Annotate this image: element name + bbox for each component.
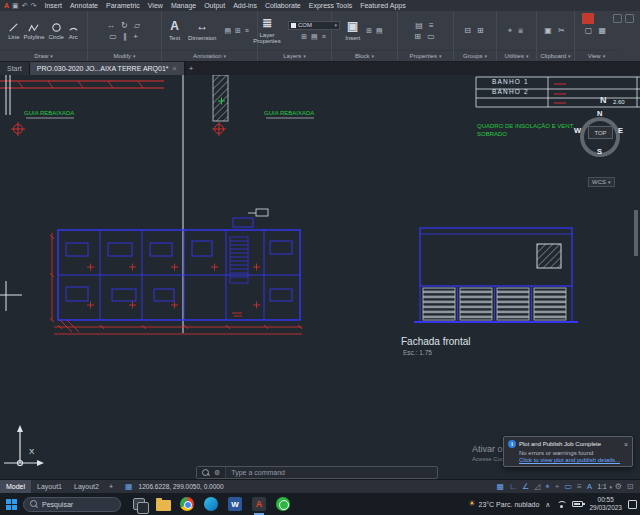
utilities-tools-icons[interactable]: ⌖ ≣ <box>508 26 525 35</box>
viewcube-south[interactable]: S <box>597 148 602 156</box>
app-logo-icon[interactable]: A <box>4 0 9 11</box>
transparency-icon[interactable]: ≡ <box>577 483 582 491</box>
model-tab[interactable]: Model <box>0 480 31 494</box>
annotation-extra-icons[interactable]: ▤ ⊞ ≡ <box>224 26 249 35</box>
undo-icon[interactable]: ↶ <box>22 0 28 11</box>
ribbon-tab-addins[interactable]: Add-ins <box>229 2 261 9</box>
layer-tools-icons[interactable]: ⊞ ▤ ≡ <box>301 32 326 41</box>
layout1-tab[interactable]: Layout1 <box>31 480 68 494</box>
viewcube[interactable]: N W E S TOP <box>576 111 624 161</box>
chrome-button[interactable] <box>179 496 195 512</box>
command-customize-icon[interactable]: ⚙ <box>214 469 220 476</box>
wcs-selector[interactable]: WCS▾ <box>588 177 615 187</box>
ribbon-corner-icons[interactable] <box>613 14 634 23</box>
navigation-bar-strip[interactable] <box>634 210 638 256</box>
viewcube-west[interactable]: W <box>574 127 581 135</box>
doc-tab-drawing[interactable]: PRO.030-2020 JO...AIXA TERRE ARQ01* × <box>30 62 185 75</box>
file-explorer-button[interactable] <box>155 496 171 512</box>
panel-label-utilities[interactable]: Utilities▾ <box>497 50 536 61</box>
table-row-banho-2: BANHO 2 <box>492 89 529 96</box>
autocad-button[interactable]: A <box>251 496 267 512</box>
taskbar-search[interactable]: Pesquisar <box>23 497 121 512</box>
panel-label-view[interactable]: View▾ <box>575 50 618 61</box>
command-search-icon[interactable] <box>202 469 210 477</box>
whatsapp-button[interactable] <box>275 496 291 512</box>
new-layout-button[interactable]: + <box>105 483 117 490</box>
ribbon-tab-view[interactable]: View <box>144 2 167 9</box>
modify-tools-row2-icons[interactable]: ▭ ∥ + <box>109 32 140 41</box>
weather-widget[interactable]: ☀ 23°C Parc. nublado <box>468 500 539 508</box>
viewcube-east[interactable]: E <box>618 127 623 135</box>
grid-icon[interactable]: ▦ <box>497 483 505 491</box>
viewcube-north[interactable]: N <box>597 110 602 118</box>
isometric-icon[interactable]: ◿ <box>534 483 540 491</box>
block-extra-icons[interactable]: ⊞ ▤ <box>366 26 383 35</box>
word-button[interactable]: W <box>227 496 243 512</box>
toast-close-icon[interactable]: × <box>624 441 628 448</box>
taskbar-clock[interactable]: 00:55 29/03/2023 <box>589 496 622 512</box>
panel-label-groups[interactable]: Groups▾ <box>454 50 496 61</box>
properties-row2-icons[interactable]: ⊞ ▭ <box>414 32 436 41</box>
tab-close-icon[interactable]: × <box>173 65 177 72</box>
model-space-canvas[interactable]: GUIA REBAIXADA GUIA REBAIXADA BANHO 1 BA… <box>0 75 640 479</box>
help-icon[interactable] <box>625 14 634 23</box>
annotation-visibility-icon[interactable]: A <box>587 483 592 491</box>
dimension-tool[interactable]: ↔ Dimension <box>188 20 216 41</box>
task-view-button[interactable] <box>131 496 147 512</box>
clean-screen-icon[interactable]: ⊡ <box>627 483 634 491</box>
ribbon-tab-collaborate[interactable]: Collaborate <box>261 2 305 9</box>
customization-gear-icon[interactable]: ⚙ <box>615 483 622 491</box>
toast-details-link[interactable]: Click to view plot and publish details..… <box>519 457 628 463</box>
polar-tracking-icon[interactable]: ∠ <box>522 483 529 491</box>
ribbon-corner-red-icon[interactable] <box>582 13 594 24</box>
model-space-icon[interactable]: ▦ <box>125 483 133 491</box>
ribbon-tab-output[interactable]: Output <box>200 2 229 9</box>
redo-icon[interactable]: ↷ <box>31 0 37 11</box>
ribbon-tab-parametric[interactable]: Parametric <box>102 2 144 9</box>
plot-notification-toast[interactable]: i Plot and Publish Job Complete × No err… <box>503 436 633 467</box>
panel-label-properties[interactable]: Properties▾ <box>398 50 453 61</box>
new-drawing-tab-button[interactable]: + <box>185 62 198 75</box>
lineweight-icon[interactable]: ▭ <box>564 483 572 491</box>
panel-label-layers[interactable]: Layers▾ <box>258 50 331 61</box>
command-input[interactable]: Type a command <box>226 469 285 476</box>
insert-block-tool[interactable]: ▣ Insert <box>345 20 360 41</box>
annotation-scale[interactable]: 1:1 <box>598 483 607 490</box>
properties-row1-icons[interactable]: ▤ ≡ <box>415 21 435 30</box>
modify-tools-row1-icons[interactable]: ↔ ↻ ▱ <box>107 21 142 30</box>
ribbon-tab-manage[interactable]: Manage <box>167 2 200 9</box>
battery-icon[interactable] <box>572 501 583 507</box>
groups-tools-icons[interactable]: ⊟ ⊞ <box>464 26 486 35</box>
panel-toggle-icon[interactable] <box>613 14 622 23</box>
circle-tool[interactable]: Circle <box>49 22 64 40</box>
wifi-icon[interactable] <box>556 500 566 509</box>
polyline-tool[interactable]: Polyline <box>23 22 44 40</box>
panel-label-modify[interactable]: Modify▾ <box>88 50 161 61</box>
dynamic-input-icon[interactable]: + <box>555 483 560 491</box>
viewcube-top-face[interactable]: TOP <box>588 126 613 139</box>
text-tool[interactable]: A Text <box>169 20 180 41</box>
layer-properties-tool[interactable]: ≣ Layer Properties <box>249 17 285 44</box>
line-tool[interactable]: Line <box>8 22 19 40</box>
doc-tab-start[interactable]: Start <box>0 62 30 75</box>
action-center-icon[interactable] <box>628 500 637 509</box>
start-button[interactable] <box>6 499 17 510</box>
command-line[interactable]: ⚙ Type a command <box>196 466 438 479</box>
ribbon-tab-insert[interactable]: Insert <box>40 2 66 9</box>
panel-label-clipboard[interactable]: Clipboard▾ <box>537 50 574 61</box>
osnap-icon[interactable]: ⌖ <box>545 483 550 491</box>
view-tools-icons[interactable]: ▢ ▦ <box>585 26 608 35</box>
ribbon-tab-annotate[interactable]: Annotate <box>66 2 102 9</box>
snap-icon[interactable]: ∟ <box>509 483 517 491</box>
panel-label-annotation[interactable]: Annotation▾ <box>162 50 257 61</box>
edge-button[interactable] <box>203 496 219 512</box>
layout2-tab[interactable]: Layout2 <box>68 480 105 494</box>
tray-expand-icon[interactable]: ∧ <box>545 501 550 508</box>
panel-label-draw[interactable]: Draw▾ <box>0 50 87 61</box>
clipboard-tools-icons[interactable]: ▣ ✂ <box>544 26 566 35</box>
save-icon[interactable]: ▣ <box>12 0 19 11</box>
arc-tool[interactable]: Arc <box>68 22 79 40</box>
panel-label-block[interactable]: Block▾ <box>332 50 397 61</box>
ribbon-tab-express-tools[interactable]: Express Tools <box>305 2 356 9</box>
ribbon-tab-featured-apps[interactable]: Featured Apps <box>356 2 410 9</box>
